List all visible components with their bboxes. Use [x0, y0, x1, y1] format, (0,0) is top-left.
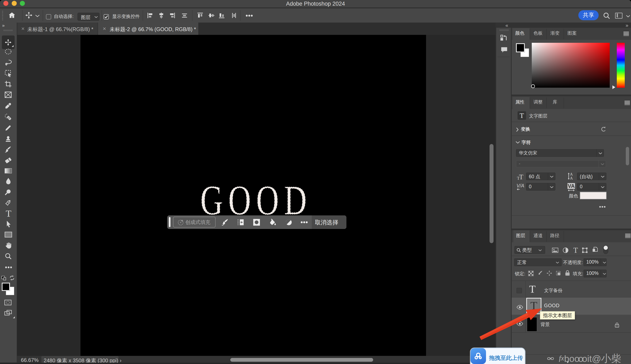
svg-text:A: A — [570, 172, 573, 176]
svg-text:A: A — [570, 176, 573, 180]
